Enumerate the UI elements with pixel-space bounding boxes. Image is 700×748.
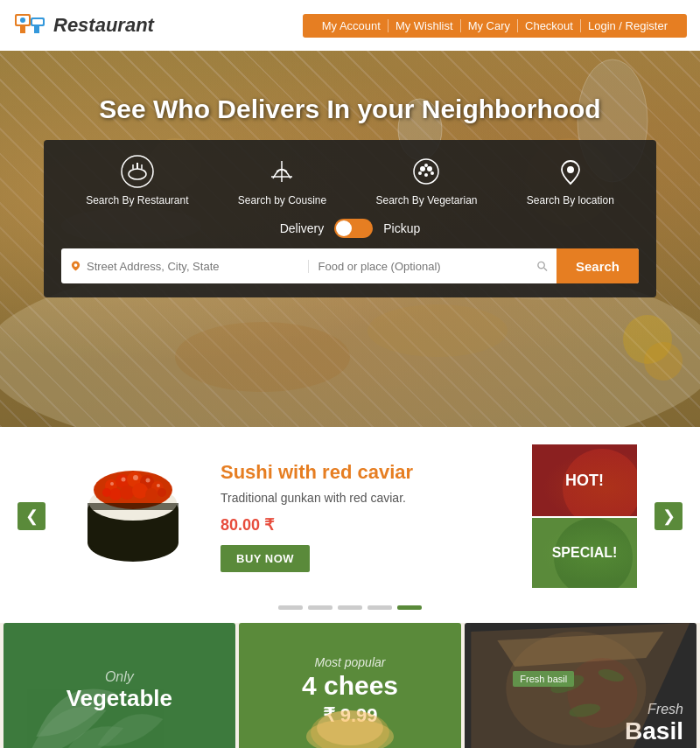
svg-point-29 [418, 171, 422, 175]
cuisine-label: Search by Cousine [238, 194, 326, 206]
svg-point-12 [175, 322, 350, 392]
veg-main: Vegetable [66, 685, 172, 712]
slider-info: Sushi with red caviar Traditional gunkan… [220, 461, 514, 572]
delivery-row: Delivery Pickup [61, 219, 639, 238]
hero-title: See Who Delivers In your Neighborhood [99, 94, 600, 124]
svg-point-64 [317, 710, 383, 745]
logo-text: Restaurant [53, 14, 154, 37]
fresh-basil-badge: Fresh basil [513, 671, 574, 687]
pickup-label: Pickup [383, 221, 420, 235]
svg-rect-4 [32, 19, 43, 24]
svg-point-66 [568, 658, 638, 728]
svg-point-53 [158, 488, 166, 497]
svg-point-49 [120, 486, 134, 500]
svg-point-54 [110, 482, 114, 486]
location-icon [553, 154, 588, 189]
prev-arrow[interactable]: ❮ [18, 502, 46, 530]
svg-rect-5 [20, 26, 25, 33]
restaurant-label: Search By Restaurant [86, 194, 188, 206]
dot-2[interactable] [308, 605, 332, 610]
search-by-cuisine[interactable]: Search by Cousine [238, 154, 326, 206]
dot-1[interactable] [278, 605, 303, 610]
svg-point-25 [414, 159, 438, 184]
header: Restaurant My Account My Wishlist My Car… [0, 0, 700, 51]
promo-section: Only Vegetable Most popular 4 chees ₹ 9.… [0, 623, 700, 748]
svg-point-19 [129, 169, 146, 179]
dot-4[interactable] [368, 605, 392, 610]
slider-desc: Traditional gunkan with red caviar. [220, 491, 514, 505]
slider-wrapper: ❮ [0, 427, 700, 623]
svg-point-28 [424, 173, 428, 177]
promo-vegetable[interactable]: Only Vegetable [4, 623, 235, 748]
search-food [309, 260, 556, 273]
toggle-thumb [336, 220, 352, 236]
slider-title: Sushi with red caviar [220, 461, 514, 484]
svg-point-30 [430, 171, 434, 175]
slider-dots [0, 597, 700, 623]
slider-image [63, 451, 203, 582]
dot-5[interactable] [397, 605, 422, 610]
svg-point-58 [157, 484, 160, 487]
logo: Restaurant [13, 7, 154, 44]
svg-point-17 [644, 342, 682, 381]
nav-bar: My Account My Wishlist My Cary Checkout … [303, 14, 687, 38]
buy-now-button[interactable]: BUY NOW [220, 545, 310, 572]
svg-point-55 [122, 478, 126, 482]
svg-point-32 [567, 166, 574, 173]
svg-rect-59 [88, 503, 178, 510]
pizza-art [465, 623, 696, 748]
svg-point-51 [145, 488, 158, 500]
special-badge: SPECIAL! [532, 518, 637, 588]
nav-my-cary[interactable]: My Cary [461, 19, 518, 32]
search-by-location[interactable]: Search By location [527, 154, 614, 206]
hero-section: See Who Delivers In your Neighborhood Se… [0, 51, 700, 427]
svg-point-31 [424, 164, 428, 167]
hero-content: See Who Delivers In your Neighborhood Se… [0, 51, 700, 297]
logo-icon [13, 7, 50, 44]
svg-point-48 [109, 488, 122, 500]
svg-point-57 [146, 479, 150, 483]
svg-point-26 [420, 166, 425, 171]
food-input[interactable] [318, 260, 531, 273]
restaurant-icon [120, 154, 155, 189]
search-by-vegetarian[interactable]: Search By Vegetarian [375, 154, 477, 206]
vegetarian-label: Search By Vegetarian [375, 194, 477, 206]
veg-label: Only [105, 669, 134, 685]
search-button[interactable]: Search [556, 248, 639, 283]
cheese-food-art [298, 684, 402, 748]
svg-point-27 [427, 166, 432, 171]
nav-checkout[interactable]: Checkout [518, 19, 581, 32]
promo-basil[interactable]: Fresh basil Fresh Basil [465, 623, 696, 748]
search-glass-icon [536, 260, 548, 272]
svg-point-18 [122, 156, 153, 187]
delivery-label: Delivery [280, 221, 325, 235]
slider-content: Sushi with red caviar Traditional gunkan… [46, 444, 654, 588]
location-pin-icon [70, 260, 81, 272]
nav-my-account[interactable]: My Account [315, 19, 388, 32]
location-label: Search By location [527, 194, 614, 206]
address-input[interactable] [87, 260, 300, 273]
dot-3[interactable] [338, 605, 362, 610]
search-by-restaurant[interactable]: Search By Restaurant [86, 154, 188, 206]
svg-line-35 [544, 268, 547, 270]
search-panel: Search By Restaurant Search by Cousine [44, 140, 656, 297]
nav-login-register[interactable]: Login / Register [581, 19, 675, 32]
svg-point-52 [102, 488, 111, 497]
svg-point-56 [133, 475, 138, 480]
sushi-image [63, 451, 203, 582]
cheese-popular: Most popular [315, 655, 386, 669]
svg-point-2 [20, 17, 25, 23]
nav-my-wishlist[interactable]: My Wishlist [388, 19, 461, 32]
svg-point-33 [74, 263, 78, 267]
search-icons-row: Search By Restaurant Search by Cousine [61, 154, 639, 206]
promo-cheese[interactable]: Most popular 4 chees ₹ 9.99 [239, 623, 462, 748]
delivery-toggle[interactable] [334, 219, 373, 238]
search-location [61, 260, 309, 273]
svg-point-34 [538, 262, 544, 268]
svg-rect-6 [34, 26, 39, 33]
hot-badge: HOT! [532, 444, 637, 516]
slider-section: ❮ [0, 427, 700, 597]
search-bar: Search [61, 248, 639, 283]
next-arrow[interactable]: ❯ [654, 502, 682, 530]
svg-point-50 [132, 483, 148, 499]
